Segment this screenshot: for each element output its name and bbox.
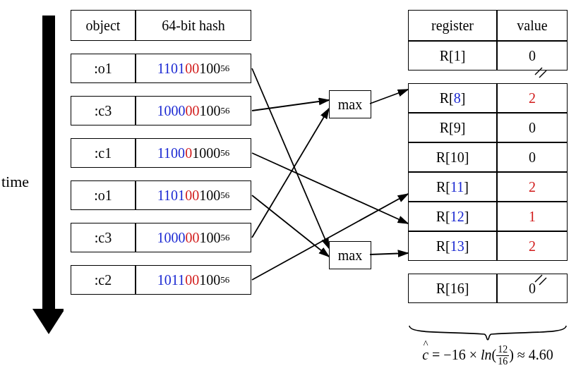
header-register: register (408, 10, 497, 41)
register-cell: R[16] (408, 274, 497, 303)
svg-line-6 (252, 100, 329, 111)
hash-post: 100 (200, 103, 221, 119)
register-row: R[11] 2 (408, 172, 568, 202)
register-cell: R[12] (408, 202, 497, 231)
register-cell: R[8] (408, 83, 497, 113)
diagram-stage: time object 64-bit hash :o1 11010010056 … (0, 0, 588, 380)
register-cell: R[9] (408, 113, 497, 142)
hash-post: 1000 (192, 145, 220, 161)
register-row: R[12] 1 (408, 202, 568, 231)
hash-sup: 56 (221, 105, 230, 116)
under-brace-icon (408, 324, 568, 344)
left-row: :o1 11010010056 (71, 180, 251, 210)
register-row: R[10] 0 (408, 142, 568, 172)
left-row: :c3 10000010056 (71, 96, 251, 125)
value-cell: 0 (497, 113, 568, 142)
register-cell: R[1] (408, 41, 497, 71)
hash-post: 100 (199, 61, 220, 77)
hash-cell: 11010010056 (136, 54, 251, 83)
hash-prefix: 1101 (157, 188, 185, 204)
hash-prefix: 1101 (157, 61, 185, 77)
value-cell: 0 (497, 41, 568, 71)
svg-rect-0 (42, 16, 55, 312)
value-cell: 1 (497, 202, 568, 231)
right-register-table: register value R[1] 0 R[8] 2 R[9] 0 R[10… (408, 10, 568, 303)
register-row: R[9] 0 (408, 113, 568, 142)
svg-marker-1 (32, 309, 64, 334)
hash-cell: 11000100056 (136, 138, 251, 168)
formula-var: c (422, 347, 428, 362)
right-table-header: register value (408, 10, 568, 41)
header-object: object (71, 10, 136, 41)
hash-prefix: 1100 (157, 145, 185, 161)
register-row: R[1] 0 (408, 41, 568, 71)
hash-post: 100 (199, 272, 220, 288)
hash-sup: 56 (220, 147, 229, 159)
object-cell: :o1 (71, 54, 136, 83)
hash-prefix: 1000 (157, 103, 186, 119)
svg-line-9 (252, 195, 329, 257)
value-cell: 0 (497, 142, 568, 172)
left-row: :c2 10110010056 (71, 265, 251, 295)
max-box-1: max (329, 90, 371, 118)
hash-prefix: 1011 (157, 272, 185, 288)
time-label: time (1, 173, 29, 191)
object-cell: :c1 (71, 138, 136, 168)
value-cell: 2 (497, 231, 568, 261)
object-cell: :c3 (71, 223, 136, 252)
object-cell: :o1 (71, 180, 136, 210)
object-cell: :c3 (71, 96, 136, 125)
hash-sup: 56 (220, 63, 229, 74)
hash-cell: 10110010056 (136, 265, 251, 295)
register-cell: R[10] (408, 142, 497, 172)
register-cell: R[11] (408, 172, 497, 202)
object-cell: :c2 (71, 265, 136, 295)
svg-line-10 (252, 153, 408, 223)
left-row: :c3 10000010056 (71, 223, 251, 252)
register-row: R[16] 0 (408, 274, 568, 303)
svg-line-8 (252, 68, 329, 248)
value-cell: 0 (497, 274, 568, 303)
hash-sup: 56 (220, 274, 229, 286)
hash-prefix: 1000 (157, 230, 186, 246)
cardinality-formula: c = −16 × ln(1216) ≈ 4.60 (401, 345, 575, 367)
hash-mid: 00 (185, 272, 199, 288)
register-cell: R[13] (408, 231, 497, 261)
register-row: R[13] 2 (408, 231, 568, 261)
left-object-hash-table: object 64-bit hash :o1 11010010056 :c3 1… (71, 10, 251, 295)
hash-sup: 56 (220, 190, 229, 201)
hash-post: 100 (200, 230, 221, 246)
hash-mid: 0 (185, 145, 192, 161)
max-box-2: max (329, 241, 371, 269)
svg-line-7 (252, 109, 329, 238)
hash-cell: 11010010056 (136, 180, 251, 210)
left-row: :o1 11010010056 (71, 54, 251, 83)
time-arrow-icon (32, 13, 64, 337)
left-row: :c1 11000100056 (71, 138, 251, 168)
formula-fraction: 1216 (496, 345, 509, 367)
hash-mid: 00 (186, 103, 200, 119)
value-cell: 2 (497, 172, 568, 202)
hash-mid: 00 (186, 230, 200, 246)
hash-cell: 10000010056 (136, 223, 251, 252)
svg-line-12 (370, 90, 408, 104)
svg-line-13 (370, 253, 408, 255)
hash-post: 100 (199, 188, 220, 204)
left-table-header: object 64-bit hash (71, 10, 251, 41)
hash-cell: 10000010056 (136, 96, 251, 125)
hash-sup: 56 (221, 232, 230, 243)
header-hash: 64-bit hash (136, 10, 251, 41)
value-cell: 2 (497, 83, 568, 113)
register-row: R[8] 2 (408, 83, 568, 113)
hash-mid: 00 (185, 188, 199, 204)
hash-mid: 00 (185, 61, 199, 77)
header-value: value (497, 10, 568, 41)
